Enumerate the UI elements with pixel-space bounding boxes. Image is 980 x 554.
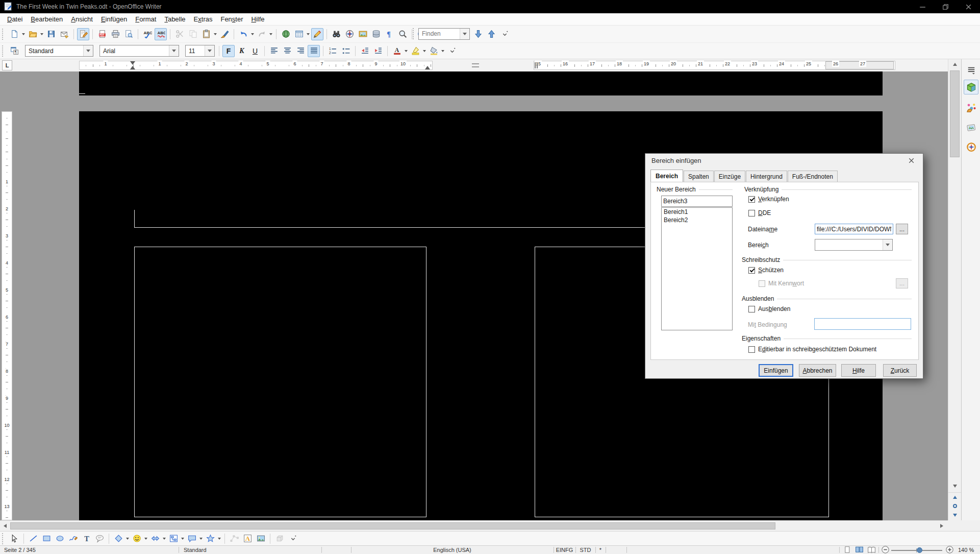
menu-datei[interactable]: Datei — [3, 14, 27, 25]
background-color-dropdown[interactable] — [440, 45, 445, 57]
section-list-item[interactable]: Bereich2 — [662, 216, 732, 224]
dialog-tab-einzge[interactable]: Einzüge — [714, 171, 745, 182]
zoom-out-button[interactable] — [881, 545, 890, 553]
zoom-button[interactable] — [396, 28, 409, 40]
selection-mode-status[interactable]: STD — [575, 546, 595, 554]
insert-table-dropdown[interactable] — [306, 28, 310, 40]
background-color-button[interactable] — [428, 45, 440, 57]
highlighting-dropdown[interactable] — [422, 45, 426, 57]
vertical-scrollbar-thumb[interactable] — [950, 70, 960, 157]
sidebar-tab-navigator[interactable] — [964, 139, 978, 154]
gallery-button[interactable] — [357, 28, 369, 40]
font-color-dropdown[interactable] — [404, 45, 408, 57]
navigation-button[interactable] — [948, 501, 962, 511]
horizontal-scrollbar[interactable] — [0, 520, 948, 531]
autospellcheck-button[interactable]: ABC — [155, 28, 167, 40]
spellcheck-button[interactable]: ABC — [141, 28, 154, 40]
new-document-dropdown[interactable] — [21, 28, 26, 40]
dialog-tab-fuendnoten[interactable]: Fuß-/Endnoten — [788, 171, 838, 182]
undo-dropdown[interactable] — [250, 28, 255, 40]
font-size-combo[interactable]: 11 — [185, 45, 215, 57]
stars-dropdown[interactable] — [217, 533, 221, 545]
page-1-bottom[interactable] — [79, 71, 883, 95]
page-number-status[interactable]: Seite 2 / 345 — [4, 546, 36, 554]
chevron-down-icon[interactable] — [205, 45, 214, 56]
scroll-left-button[interactable] — [1, 521, 9, 531]
page-preview-button[interactable] — [122, 28, 135, 40]
menu-tabelle[interactable]: Tabelle — [160, 14, 189, 25]
close-button[interactable] — [957, 0, 980, 13]
chevron-down-icon[interactable] — [460, 29, 469, 39]
zoom-level-status[interactable]: 140 % — [958, 546, 974, 554]
menu-bearbeiten[interactable]: Bearbeiten — [27, 14, 67, 25]
toolbar-more-button[interactable] — [287, 533, 299, 545]
insert-table-button[interactable] — [293, 28, 305, 40]
block-arrows-button[interactable] — [149, 533, 161, 545]
find-toolbar-more-button[interactable] — [498, 28, 511, 40]
paste-button[interactable] — [200, 28, 212, 40]
italic-button[interactable]: K — [236, 45, 248, 57]
decrease-indent-button[interactable] — [359, 45, 371, 57]
vertical-ruler[interactable]: 12345678910111213 — [2, 111, 12, 520]
font-color-button[interactable]: A — [391, 45, 403, 57]
increase-indent-button[interactable] — [372, 45, 384, 57]
right-indent-marker[interactable] — [425, 66, 430, 69]
find-input[interactable]: Finden — [418, 28, 470, 40]
link-checkbox[interactable]: Verknüpfen — [748, 196, 789, 203]
view-book-button[interactable] — [867, 545, 876, 553]
chevron-down-icon[interactable] — [169, 45, 179, 56]
format-paintbrush-button[interactable] — [218, 28, 231, 40]
horizontal-scrollbar-thumb[interactable] — [10, 522, 775, 529]
toolbar-grip[interactable] — [2, 45, 5, 57]
open-button[interactable] — [27, 28, 39, 40]
highlighting-button[interactable] — [409, 45, 421, 57]
menu-ansicht[interactable]: Ansicht — [67, 14, 97, 25]
language-status[interactable]: Englisch (USA) — [351, 546, 554, 554]
sidebar-tab-properties[interactable] — [964, 80, 978, 94]
numbered-list-button[interactable]: 12 — [326, 45, 339, 57]
minimize-button[interactable] — [911, 0, 934, 13]
rectangle-button[interactable] — [40, 533, 53, 545]
menu-einfgen[interactable]: Einfügen — [97, 14, 131, 25]
insert-button[interactable]: Einfügen — [759, 364, 793, 377]
find-replace-button[interactable] — [330, 28, 342, 40]
justify-button[interactable] — [308, 45, 320, 57]
insert-mode-status[interactable]: EINFG — [554, 546, 575, 554]
align-center-button[interactable] — [281, 45, 293, 57]
open-dropdown[interactable] — [39, 28, 44, 40]
menu-format[interactable]: Format — [131, 14, 160, 25]
zoom-in-button[interactable] — [945, 545, 954, 553]
link-section-combo[interactable] — [815, 239, 893, 251]
hide-checkbox[interactable]: Ausblenden — [748, 305, 790, 312]
find-previous-button[interactable] — [485, 28, 497, 40]
callout-button[interactable] — [93, 533, 106, 545]
flowchart-dropdown[interactable] — [180, 533, 185, 545]
toolbar-more-button[interactable] — [446, 45, 458, 57]
dialog-title-bar[interactable]: Bereich einfügen — [645, 154, 923, 167]
zoom-slider[interactable] — [891, 550, 942, 551]
editable-checkbox[interactable]: Editierbar in schreibgeschütztem Dokumen… — [748, 346, 876, 353]
sidebar-tab-styles[interactable] — [964, 100, 978, 115]
view-multi-page-button[interactable] — [855, 545, 864, 553]
fontwork-gallery-button[interactable]: A — [241, 533, 254, 545]
styles-panel-button[interactable]: ¶ — [8, 45, 20, 57]
paste-dropdown[interactable] — [213, 28, 217, 40]
document-modified-status[interactable]: * — [595, 546, 606, 554]
menu-fenster[interactable]: Fenster — [216, 14, 247, 25]
section-list[interactable]: Bereich1Bereich2 — [661, 207, 733, 330]
filename-input[interactable] — [815, 224, 893, 234]
align-left-button[interactable] — [268, 45, 280, 57]
previous-page-button[interactable] — [948, 492, 962, 501]
menu-hilfe[interactable]: Hilfe — [247, 14, 269, 25]
dialog-tab-spalten[interactable]: Spalten — [684, 171, 714, 182]
left-indent-marker[interactable] — [130, 66, 135, 69]
section-name-input[interactable] — [661, 196, 733, 207]
symbol-shapes-button[interactable] — [131, 533, 143, 545]
text-box-button[interactable]: T — [80, 533, 92, 545]
restore-button[interactable] — [934, 0, 957, 13]
sidebar-tab-sidebar-menu[interactable] — [964, 62, 978, 77]
callouts-button[interactable] — [186, 533, 198, 545]
page-style-status[interactable]: Standard — [184, 546, 207, 554]
chevron-down-icon[interactable] — [83, 45, 93, 56]
from-file-button[interactable] — [255, 533, 267, 545]
